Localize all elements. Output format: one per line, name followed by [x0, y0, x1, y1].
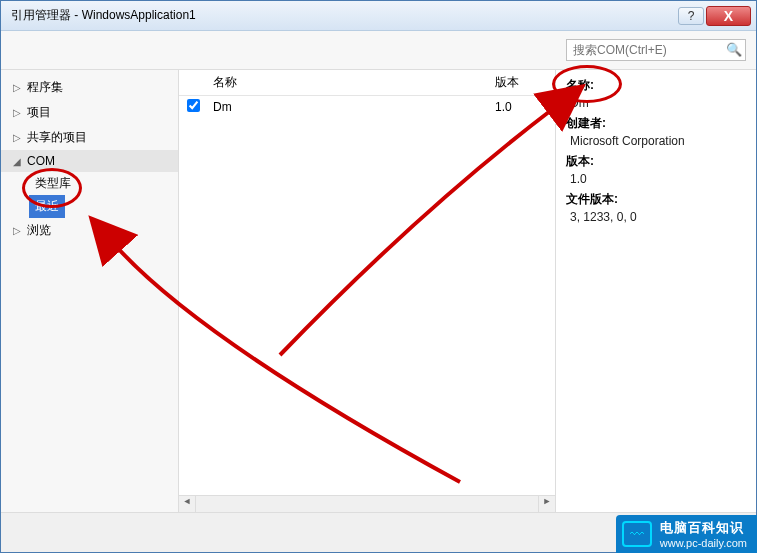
main-area: ▷ 程序集 ▷ 项目 ▷ 共享的项目 ◢ COM 类型库 最近: [1, 69, 756, 512]
sidebar: ▷ 程序集 ▷ 项目 ▷ 共享的项目 ◢ COM 类型库 最近: [1, 70, 179, 512]
searchbar: 🔍: [1, 31, 756, 69]
monitor-icon: [622, 521, 652, 547]
sidebar-item-com[interactable]: ◢ COM: [1, 150, 178, 172]
window-title: 引用管理器 - WindowsApplication1: [6, 7, 676, 24]
watermark-url: www.pc-daily.com: [660, 537, 747, 549]
chevron-right-icon: ▷: [13, 107, 23, 118]
sidebar-item-projects[interactable]: ▷ 项目: [1, 100, 178, 125]
body: 🔍 ▷ 程序集 ▷ 项目 ▷ 共享的项目 ◢ COM: [1, 31, 756, 552]
details-name-label: 名称:: [566, 76, 746, 94]
details-creator-label: 创建者:: [566, 114, 746, 132]
col-header-name[interactable]: 名称: [209, 74, 495, 91]
sidebar-item-shared-projects[interactable]: ▷ 共享的项目: [1, 125, 178, 150]
sidebar-item-browse[interactable]: ▷ 浏览: [1, 218, 178, 243]
details-panel: 名称: Dm 创建者: Microsoft Corporation 版本: 1.…: [556, 70, 756, 512]
list-panel: 名称 版本 Dm 1.0 ◄ ►: [179, 70, 556, 512]
details-name-value: Dm: [566, 94, 746, 112]
search-input[interactable]: [566, 39, 746, 61]
chevron-right-icon: ▷: [13, 132, 23, 143]
help-button[interactable]: ?: [678, 7, 704, 25]
list-header: 名称 版本: [179, 70, 555, 96]
sidebar-item-assemblies[interactable]: ▷ 程序集: [1, 75, 178, 100]
sidebar-item-label: 浏览: [27, 222, 51, 239]
details-filever-value: 3, 1233, 0, 0: [566, 208, 746, 226]
chevron-down-icon: ◢: [13, 156, 23, 167]
sidebar-item-label: 项目: [27, 104, 51, 121]
search-icon[interactable]: 🔍: [726, 42, 742, 57]
search-wrap: 🔍: [566, 39, 746, 61]
com-sub-tree: 类型库 最近: [1, 172, 178, 218]
row-checkbox[interactable]: [187, 99, 200, 112]
chevron-right-icon: ▷: [13, 225, 23, 236]
sidebar-item-label: 共享的项目: [27, 129, 87, 146]
reference-manager-window: 引用管理器 - WindowsApplication1 ? X 🔍 ▷ 程序集 …: [0, 0, 757, 553]
details-version-value: 1.0: [566, 170, 746, 188]
watermark-title: 电脑百科知识: [660, 519, 744, 537]
scroll-left-icon[interactable]: ◄: [179, 496, 196, 512]
details-filever-label: 文件版本:: [566, 190, 746, 208]
details-creator-value: Microsoft Corporation: [566, 132, 746, 150]
watermark: 电脑百科知识 www.pc-daily.com: [616, 515, 757, 553]
row-name: Dm: [209, 100, 495, 114]
chevron-right-icon: ▷: [13, 82, 23, 93]
row-version: 1.0: [495, 100, 555, 114]
list-row[interactable]: Dm 1.0: [179, 96, 555, 118]
horizontal-scrollbar[interactable]: ◄ ►: [179, 495, 555, 512]
details-version-label: 版本:: [566, 152, 746, 170]
sidebar-item-label: 程序集: [27, 79, 63, 96]
sidebar-subitem-typelib[interactable]: 类型库: [29, 172, 178, 195]
titlebar[interactable]: 引用管理器 - WindowsApplication1 ? X: [1, 1, 756, 31]
scroll-track[interactable]: [196, 496, 538, 512]
sidebar-item-label: COM: [27, 154, 55, 168]
close-button[interactable]: X: [706, 6, 751, 26]
scroll-right-icon[interactable]: ►: [538, 496, 555, 512]
col-header-version[interactable]: 版本: [495, 74, 555, 91]
sidebar-subitem-recent[interactable]: 最近: [29, 195, 65, 218]
